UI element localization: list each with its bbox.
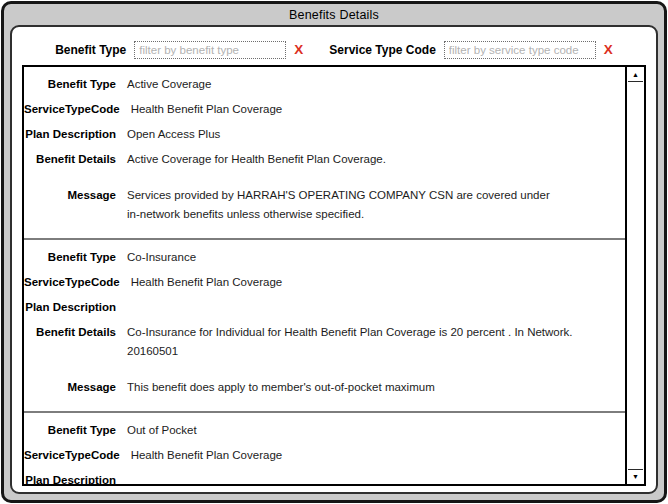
- benefit-record: Benefit Type Co-Insurance ServiceTypeCod…: [24, 240, 625, 413]
- field-value: Services provided by HARRAH'S OPERATING …: [127, 186, 625, 224]
- field-label: ServiceTypeCode: [24, 273, 120, 292]
- benefit-type-row: Benefit Type Co-Insurance: [24, 245, 625, 270]
- benefit-record: Benefit Type Out of Pocket ServiceTypeCo…: [24, 413, 625, 484]
- benefit-details-row: Benefit Details Co-Insurance for Individ…: [24, 320, 625, 364]
- field-value: Health Benefit Plan Coverage: [131, 100, 625, 119]
- service-type-code-row: ServiceTypeCode Health Benefit Plan Cove…: [24, 270, 625, 295]
- plan-description-row: Plan Description: [24, 468, 625, 484]
- dialog-body-panel: Benefit Type X Service Type Code X Benef…: [10, 25, 658, 494]
- field-value: [127, 298, 625, 317]
- message-row: Message Services provided by HARRAH'S OP…: [24, 183, 625, 227]
- field-label: Message: [24, 378, 116, 397]
- field-label: Message: [24, 186, 116, 224]
- vertical-scrollbar[interactable]: ▲ ▼: [625, 67, 644, 484]
- dialog-title: Benefits Details: [289, 8, 379, 22]
- field-label: Benefit Type: [24, 248, 116, 267]
- field-value: Health Benefit Plan Coverage: [131, 446, 625, 465]
- field-label: Plan Description: [24, 298, 116, 317]
- field-label: ServiceTypeCode: [24, 100, 120, 119]
- benefits-details-dialog: Benefits Details Benefit Type X Service …: [1, 1, 667, 503]
- field-label: Plan Description: [24, 125, 116, 144]
- field-value: Active Coverage: [127, 75, 625, 94]
- benefit-type-filter-label: Benefit Type: [55, 43, 126, 57]
- field-value: Active Coverage for Health Benefit Plan …: [127, 150, 625, 169]
- field-label: Benefit Details: [24, 323, 116, 361]
- plan-description-row: Plan Description Open Access Plus: [24, 122, 625, 147]
- field-value: Open Access Plus: [127, 125, 625, 144]
- benefit-type-filter-group: Benefit Type X: [55, 41, 303, 59]
- service-type-code-row: ServiceTypeCode Health Benefit Plan Cove…: [24, 443, 625, 468]
- service-type-code-clear-icon[interactable]: X: [604, 43, 613, 57]
- field-value: This benefit does apply to member's out-…: [127, 378, 625, 397]
- field-label: Benefit Details: [24, 150, 116, 169]
- scroll-up-icon[interactable]: ▲: [628, 68, 643, 82]
- benefit-type-row: Benefit Type Active Coverage: [24, 72, 625, 97]
- service-type-code-filter-label: Service Type Code: [329, 43, 436, 57]
- field-label: ServiceTypeCode: [24, 446, 120, 465]
- field-value: Health Benefit Plan Coverage: [131, 273, 625, 292]
- benefits-list: Benefit Type Active Coverage ServiceType…: [22, 65, 646, 486]
- filter-row: Benefit Type X Service Type Code X: [12, 40, 656, 60]
- field-value: Out of Pocket: [127, 421, 625, 440]
- scroll-down-icon[interactable]: ▼: [628, 469, 643, 483]
- benefit-type-filter-input[interactable]: [134, 41, 286, 59]
- service-type-code-filter-input[interactable]: [444, 41, 596, 59]
- benefit-type-clear-icon[interactable]: X: [294, 43, 303, 57]
- plan-description-row: Plan Description: [24, 295, 625, 320]
- dialog-title-bar: Benefits Details: [4, 4, 664, 25]
- benefit-type-row: Benefit Type Out of Pocket: [24, 418, 625, 443]
- benefit-record: Benefit Type Active Coverage ServiceType…: [24, 67, 625, 240]
- benefit-details-row: Benefit Details Active Coverage for Heal…: [24, 147, 625, 172]
- benefits-list-content: Benefit Type Active Coverage ServiceType…: [24, 67, 625, 484]
- service-type-code-filter-group: Service Type Code X: [329, 41, 613, 59]
- message-row: Message This benefit does apply to membe…: [24, 375, 625, 400]
- field-label: Plan Description: [24, 471, 116, 484]
- service-type-code-row: ServiceTypeCode Health Benefit Plan Cove…: [24, 97, 625, 122]
- field-label: Benefit Type: [24, 421, 116, 440]
- scrollbar-track[interactable]: [627, 83, 644, 468]
- field-value: Co-Insurance for Individual for Health B…: [127, 323, 625, 361]
- field-value: [127, 471, 625, 484]
- field-label: Benefit Type: [24, 75, 116, 94]
- field-value: Co-Insurance: [127, 248, 625, 267]
